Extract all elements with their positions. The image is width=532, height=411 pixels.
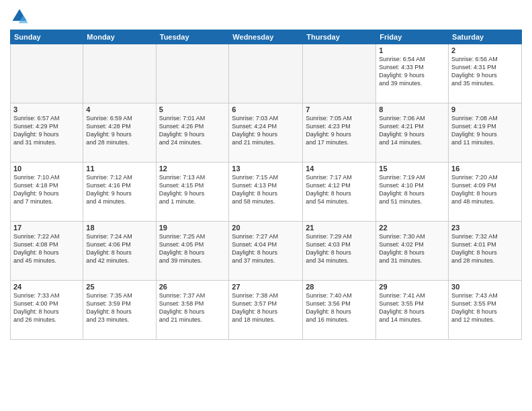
day-info: Sunrise: 7:27 AM Sunset: 4:04 PM Dayligh… [232, 232, 300, 265]
week-row-1: 1Sunrise: 6:54 AM Sunset: 4:33 PM Daylig… [11, 44, 522, 103]
day-number: 27 [232, 283, 300, 291]
calendar-cell: 14Sunrise: 7:17 AM Sunset: 4:12 PM Dayli… [303, 163, 376, 222]
day-number: 21 [306, 224, 373, 232]
day-number: 23 [451, 224, 519, 232]
day-info: Sunrise: 7:30 AM Sunset: 4:02 PM Dayligh… [379, 232, 445, 265]
calendar-cell: 19Sunrise: 7:25 AM Sunset: 4:05 PM Dayli… [156, 222, 229, 281]
calendar-cell: 30Sunrise: 7:43 AM Sunset: 3:55 PM Dayli… [449, 281, 522, 340]
calendar-cell: 15Sunrise: 7:19 AM Sunset: 4:10 PM Dayli… [376, 163, 449, 222]
day-info: Sunrise: 6:57 AM Sunset: 4:29 PM Dayligh… [13, 114, 80, 147]
day-info: Sunrise: 7:17 AM Sunset: 4:12 PM Dayligh… [306, 173, 373, 206]
page: SundayMondayTuesdayWednesdayThursdayFrid… [0, 0, 532, 411]
calendar-cell: 10Sunrise: 7:10 AM Sunset: 4:18 PM Dayli… [11, 163, 83, 222]
day-number: 16 [451, 165, 519, 173]
calendar-cell: 7Sunrise: 7:05 AM Sunset: 4:23 PM Daylig… [303, 103, 376, 163]
day-info: Sunrise: 7:25 AM Sunset: 4:05 PM Dayligh… [159, 232, 226, 265]
day-number: 10 [13, 165, 80, 173]
calendar-cell: 21Sunrise: 7:29 AM Sunset: 4:03 PM Dayli… [303, 222, 376, 281]
calendar-header-row: SundayMondayTuesdayWednesdayThursdayFrid… [11, 30, 522, 44]
day-header-friday: Friday [376, 30, 449, 44]
day-info: Sunrise: 7:43 AM Sunset: 3:55 PM Dayligh… [451, 291, 519, 324]
day-info: Sunrise: 7:13 AM Sunset: 4:15 PM Dayligh… [159, 173, 226, 206]
calendar-cell: 29Sunrise: 7:41 AM Sunset: 3:55 PM Dayli… [376, 281, 449, 340]
calendar-cell: 22Sunrise: 7:30 AM Sunset: 4:02 PM Dayli… [376, 222, 449, 281]
day-number: 11 [86, 165, 152, 173]
day-number: 1 [379, 46, 445, 54]
calendar-cell [11, 44, 83, 103]
calendar-cell: 18Sunrise: 7:24 AM Sunset: 4:06 PM Dayli… [83, 222, 156, 281]
day-info: Sunrise: 7:38 AM Sunset: 3:57 PM Dayligh… [232, 291, 300, 324]
day-info: Sunrise: 7:20 AM Sunset: 4:09 PM Dayligh… [451, 173, 519, 206]
day-number: 26 [159, 283, 226, 291]
calendar-cell: 1Sunrise: 6:54 AM Sunset: 4:33 PM Daylig… [376, 44, 449, 103]
logo-icon [10, 7, 29, 26]
calendar-cell: 2Sunrise: 6:56 AM Sunset: 4:31 PM Daylig… [449, 44, 522, 103]
day-info: Sunrise: 7:35 AM Sunset: 3:59 PM Dayligh… [86, 291, 152, 324]
day-number: 6 [232, 105, 300, 113]
day-info: Sunrise: 7:33 AM Sunset: 4:00 PM Dayligh… [13, 291, 80, 324]
day-number: 30 [451, 283, 519, 291]
calendar-cell: 28Sunrise: 7:40 AM Sunset: 3:56 PM Dayli… [303, 281, 376, 340]
day-header-wednesday: Wednesday [229, 30, 303, 44]
day-info: Sunrise: 7:08 AM Sunset: 4:19 PM Dayligh… [451, 114, 519, 147]
week-row-3: 10Sunrise: 7:10 AM Sunset: 4:18 PM Dayli… [11, 163, 522, 222]
day-info: Sunrise: 7:24 AM Sunset: 4:06 PM Dayligh… [86, 232, 152, 265]
day-info: Sunrise: 7:12 AM Sunset: 4:16 PM Dayligh… [86, 173, 152, 206]
day-header-thursday: Thursday [303, 30, 376, 44]
calendar-cell: 11Sunrise: 7:12 AM Sunset: 4:16 PM Dayli… [83, 163, 156, 222]
calendar-cell: 26Sunrise: 7:37 AM Sunset: 3:58 PM Dayli… [156, 281, 229, 340]
day-info: Sunrise: 7:22 AM Sunset: 4:08 PM Dayligh… [13, 232, 80, 265]
day-number: 28 [306, 283, 373, 291]
day-header-monday: Monday [83, 30, 156, 44]
day-info: Sunrise: 7:37 AM Sunset: 3:58 PM Dayligh… [159, 291, 226, 324]
logo [10, 7, 32, 26]
day-number: 15 [379, 165, 445, 173]
calendar-cell: 17Sunrise: 7:22 AM Sunset: 4:08 PM Dayli… [11, 222, 83, 281]
day-number: 7 [306, 105, 373, 113]
day-info: Sunrise: 7:06 AM Sunset: 4:21 PM Dayligh… [379, 114, 445, 147]
day-info: Sunrise: 6:54 AM Sunset: 4:33 PM Dayligh… [379, 55, 445, 88]
day-number: 20 [232, 224, 300, 232]
calendar-cell: 20Sunrise: 7:27 AM Sunset: 4:04 PM Dayli… [229, 222, 303, 281]
calendar-cell: 12Sunrise: 7:13 AM Sunset: 4:15 PM Dayli… [156, 163, 229, 222]
calendar-cell [83, 44, 156, 103]
day-number: 3 [13, 105, 80, 113]
day-info: Sunrise: 7:05 AM Sunset: 4:23 PM Dayligh… [306, 114, 373, 147]
calendar-cell: 23Sunrise: 7:32 AM Sunset: 4:01 PM Dayli… [449, 222, 522, 281]
day-header-saturday: Saturday [449, 30, 522, 44]
calendar-cell: 5Sunrise: 7:01 AM Sunset: 4:26 PM Daylig… [156, 103, 229, 163]
day-number: 13 [232, 165, 300, 173]
calendar-cell: 6Sunrise: 7:03 AM Sunset: 4:24 PM Daylig… [229, 103, 303, 163]
day-info: Sunrise: 7:01 AM Sunset: 4:26 PM Dayligh… [159, 114, 226, 147]
week-row-5: 24Sunrise: 7:33 AM Sunset: 4:00 PM Dayli… [11, 281, 522, 340]
day-number: 19 [159, 224, 226, 232]
calendar-cell [303, 44, 376, 103]
day-number: 4 [86, 105, 152, 113]
calendar-cell [229, 44, 303, 103]
calendar: SundayMondayTuesdayWednesdayThursdayFrid… [10, 30, 522, 340]
day-number: 25 [86, 283, 152, 291]
day-info: Sunrise: 7:32 AM Sunset: 4:01 PM Dayligh… [451, 232, 519, 265]
calendar-cell [156, 44, 229, 103]
day-info: Sunrise: 7:15 AM Sunset: 4:13 PM Dayligh… [232, 173, 300, 206]
day-info: Sunrise: 7:10 AM Sunset: 4:18 PM Dayligh… [13, 173, 80, 206]
day-number: 8 [379, 105, 445, 113]
calendar-cell: 3Sunrise: 6:57 AM Sunset: 4:29 PM Daylig… [11, 103, 83, 163]
day-number: 5 [159, 105, 226, 113]
day-number: 12 [159, 165, 226, 173]
day-info: Sunrise: 6:56 AM Sunset: 4:31 PM Dayligh… [451, 55, 519, 88]
calendar-cell: 4Sunrise: 6:59 AM Sunset: 4:28 PM Daylig… [83, 103, 156, 163]
day-info: Sunrise: 7:19 AM Sunset: 4:10 PM Dayligh… [379, 173, 445, 206]
day-info: Sunrise: 7:40 AM Sunset: 3:56 PM Dayligh… [306, 291, 373, 324]
day-number: 14 [306, 165, 373, 173]
day-number: 17 [13, 224, 80, 232]
calendar-cell: 13Sunrise: 7:15 AM Sunset: 4:13 PM Dayli… [229, 163, 303, 222]
calendar-cell: 25Sunrise: 7:35 AM Sunset: 3:59 PM Dayli… [83, 281, 156, 340]
day-number: 24 [13, 283, 80, 291]
day-number: 9 [451, 105, 519, 113]
week-row-2: 3Sunrise: 6:57 AM Sunset: 4:29 PM Daylig… [11, 103, 522, 163]
day-number: 2 [451, 46, 519, 54]
day-info: Sunrise: 7:29 AM Sunset: 4:03 PM Dayligh… [306, 232, 373, 265]
day-number: 22 [379, 224, 445, 232]
day-number: 29 [379, 283, 445, 291]
